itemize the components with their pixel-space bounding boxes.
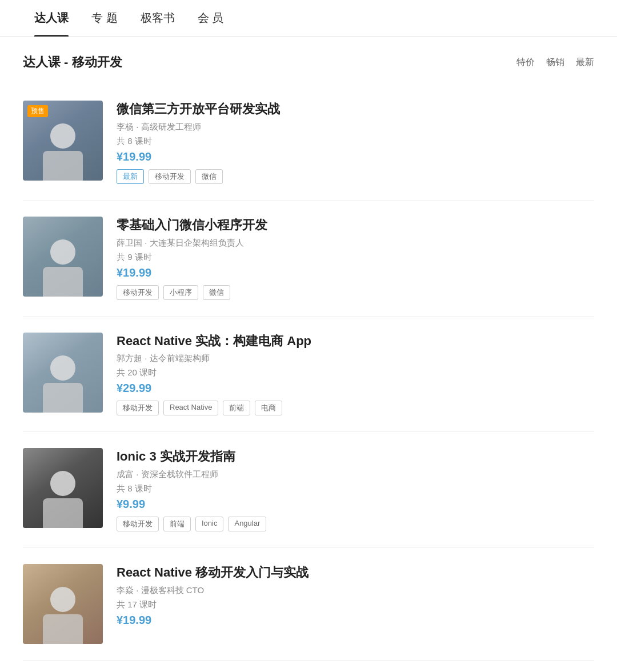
course-lessons: 共 17 课时 (117, 599, 594, 610)
course-tags: 移动开发小程序微信 (117, 285, 594, 300)
course-tag[interactable]: 前端 (223, 401, 250, 415)
page-content: 达人课 - 移动开发 特价畅销最新 预售微信第三方开放平台研发实战李杨 · 高级… (0, 37, 617, 672)
course-list: 预售微信第三方开放平台研发实战李杨 · 高级研发工程师共 8 课时¥19.99最… (23, 85, 594, 661)
course-thumbnail: 预售 (23, 101, 103, 181)
course-tag[interactable]: 移动开发 (117, 517, 159, 531)
course-lessons: 共 9 课时 (117, 252, 594, 263)
course-info: React Native 实战：构建电商 App郭方超 · 达令前端架构师共 2… (117, 333, 594, 416)
course-item[interactable]: Ionic 3 实战开发指南成富 · 资深全栈软件工程师共 8 课时¥9.99移… (23, 432, 594, 548)
course-title: 微信第三方开放平台研发实战 (117, 101, 594, 118)
nav-tab-daren[interactable]: 达人课 (23, 0, 80, 37)
nav-bar: 达人课专 题极客书会 员 (0, 0, 617, 37)
course-price: ¥19.99 (117, 266, 594, 279)
course-tags: 移动开发React Native前端电商 (117, 401, 594, 415)
filter-tejia[interactable]: 特价 (516, 57, 535, 69)
course-price: ¥19.99 (117, 614, 594, 627)
nav-tab-huiyuan[interactable]: 会 员 (186, 0, 235, 37)
course-tag[interactable]: 移动开发 (117, 285, 159, 300)
course-title: 零基础入门微信小程序开发 (117, 217, 594, 234)
course-tag[interactable]: Angular (228, 517, 266, 531)
course-item[interactable]: 预售微信第三方开放平台研发实战李杨 · 高级研发工程师共 8 课时¥19.99最… (23, 85, 594, 201)
filter-changxiao[interactable]: 畅销 (546, 57, 564, 69)
course-title: Ionic 3 实战开发指南 (117, 448, 594, 466)
filter-zuixin[interactable]: 最新 (576, 57, 594, 69)
course-lessons: 共 8 课时 (117, 136, 594, 147)
course-tags: 移动开发前端IonicAngular (117, 517, 594, 531)
course-tag[interactable]: 微信 (195, 169, 223, 184)
nav-tab-zhuanti[interactable]: 专 题 (80, 0, 129, 37)
course-thumbnail (23, 333, 103, 413)
course-thumbnail (23, 217, 103, 297)
course-author: 薛卫国 · 大连某日企架构组负责人 (117, 238, 594, 249)
course-tag[interactable]: 移动开发 (117, 401, 159, 415)
course-tag[interactable]: React Native (163, 401, 218, 415)
course-author: 李杨 · 高级研发工程师 (117, 122, 594, 133)
section-title: 达人课 - 移动开发 (23, 54, 122, 71)
course-tag[interactable]: 前端 (163, 517, 191, 531)
course-info: Ionic 3 实战开发指南成富 · 资深全栈软件工程师共 8 课时¥9.99移… (117, 448, 594, 531)
course-tag[interactable]: Ionic (195, 517, 223, 531)
nav-tab-jikeshu[interactable]: 极客书 (129, 0, 186, 37)
course-tags: 最新移动开发微信 (117, 169, 594, 184)
course-lessons: 共 20 课时 (117, 367, 594, 378)
presale-badge: 预售 (27, 105, 48, 117)
course-tag[interactable]: 小程序 (163, 285, 198, 300)
course-tag[interactable]: 微信 (203, 285, 230, 300)
course-title: React Native 实战：构建电商 App (117, 333, 594, 350)
course-info: 零基础入门微信小程序开发薛卫国 · 大连某日企架构组负责人共 9 课时¥19.9… (117, 217, 594, 300)
course-author: 成富 · 资深全栈软件工程师 (117, 469, 594, 480)
course-item[interactable]: React Native 移动开发入门与实战李焱 · 漫极客科技 CTO共 17… (23, 548, 594, 661)
course-tag[interactable]: 最新 (117, 169, 144, 184)
filter-links: 特价畅销最新 (516, 57, 594, 69)
course-tag[interactable]: 电商 (255, 401, 282, 415)
course-price: ¥19.99 (117, 150, 594, 163)
course-thumbnail (23, 448, 103, 528)
course-item[interactable]: React Native 实战：构建电商 App郭方超 · 达令前端架构师共 2… (23, 317, 594, 433)
course-lessons: 共 8 课时 (117, 483, 594, 494)
course-info: 微信第三方开放平台研发实战李杨 · 高级研发工程师共 8 课时¥19.99最新移… (117, 101, 594, 184)
course-price: ¥9.99 (117, 498, 594, 511)
course-info: React Native 移动开发入门与实战李焱 · 漫极客科技 CTO共 17… (117, 564, 594, 627)
course-tag[interactable]: 移动开发 (149, 169, 191, 184)
course-author: 李焱 · 漫极客科技 CTO (117, 585, 594, 596)
section-header: 达人课 - 移动开发 特价畅销最新 (23, 54, 594, 71)
course-title: React Native 移动开发入门与实战 (117, 564, 594, 582)
course-price: ¥29.99 (117, 382, 594, 395)
course-thumbnail (23, 564, 103, 644)
course-item[interactable]: 零基础入门微信小程序开发薛卫国 · 大连某日企架构组负责人共 9 课时¥19.9… (23, 201, 594, 317)
course-author: 郭方超 · 达令前端架构师 (117, 353, 594, 364)
